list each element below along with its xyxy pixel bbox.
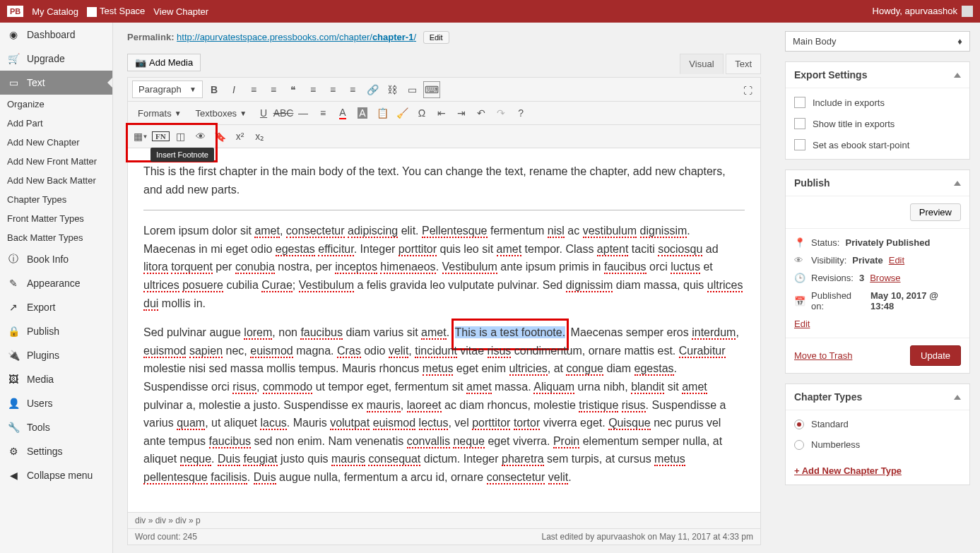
sidebar-sub-backtypes[interactable]: Back Matter Types	[0, 228, 112, 247]
browse-revisions-link[interactable]: Browse	[870, 273, 900, 283]
textcolor-button[interactable]: A	[334, 105, 351, 121]
alignleft-button[interactable]: ≡	[305, 81, 321, 98]
publish-icon: 🔒	[7, 325, 20, 338]
sidebar-sub-chaptertypes[interactable]: Chapter Types	[0, 190, 112, 209]
page-icon	[87, 7, 97, 17]
alignright-button[interactable]: ≡	[344, 81, 361, 98]
chapter-type-standard[interactable]: Standard	[794, 419, 961, 429]
ebook-start-checkbox[interactable]: Set as ebook start-point	[794, 139, 961, 150]
specialchar-button[interactable]: Ω	[413, 105, 430, 121]
show-title-checkbox[interactable]: Show title in exports	[794, 118, 961, 129]
info-icon: ⓘ	[7, 253, 20, 266]
superscript-button[interactable]: x²	[232, 128, 249, 145]
sidebar-sub-fronttypes[interactable]: Front Matter Types	[0, 209, 112, 228]
sidebar-export[interactable]: ↗Export	[0, 295, 112, 319]
link-button[interactable]: 🔗	[364, 81, 381, 98]
sidebar-dashboard[interactable]: ◉Dashboard	[0, 23, 112, 47]
my-catalog-link[interactable]: My Catalog	[32, 6, 78, 17]
sidebar-upgrade[interactable]: 🛒Upgrade	[0, 47, 112, 71]
justify-button[interactable]: ≡	[314, 105, 331, 121]
bookmark-button[interactable]: 🔖	[212, 128, 229, 145]
paragraph-lorem-1: Lorem ipsum dolor sit amet, consectetur …	[143, 222, 745, 312]
toolbar-toggle-button[interactable]: ⌨	[423, 81, 440, 98]
publish-head[interactable]: Publish	[786, 170, 969, 196]
test-space-link[interactable]: Test Space	[87, 6, 145, 17]
block-format-select[interactable]: Paragraph▼	[132, 81, 203, 98]
chapter-type-numberless[interactable]: Numberless	[794, 439, 961, 450]
view-chapter-link[interactable]: View Chapter	[153, 6, 208, 17]
underline-button[interactable]: U	[255, 105, 272, 121]
grid-button[interactable]: ◫	[172, 128, 189, 145]
italic-button[interactable]: I	[225, 81, 242, 98]
subscript-button[interactable]: x₂	[252, 128, 268, 145]
bold-button[interactable]: B	[206, 81, 223, 98]
undo-button[interactable]: ↶	[473, 105, 490, 121]
move-to-trash-link[interactable]: Move to Trash	[794, 350, 852, 361]
paragraph-lorem-2: Sed pulvinar augue lorem, non faucibus d…	[143, 323, 745, 486]
publish-box: Publish Preview 📍Status: Privately Publi…	[785, 170, 970, 374]
update-button[interactable]: Update	[910, 345, 961, 366]
edit-date-link[interactable]: Edit	[794, 319, 810, 329]
sidebar-bookinfo[interactable]: ⓘBook Info	[0, 247, 112, 271]
tab-text[interactable]: Text	[726, 54, 761, 74]
horizontal-rule	[143, 210, 745, 210]
unlink-button[interactable]: ⛓	[384, 81, 401, 98]
toolbar-row-1: Paragraph▼ B I ≡ ≡ ❝ ≡ ≡ ≡ 🔗 ⛓ ▭ ⌨ ⛶	[128, 78, 760, 102]
export-settings-box: Export Settings Include in exports Show …	[785, 61, 970, 160]
export-settings-head[interactable]: Export Settings	[786, 62, 969, 88]
add-media-button[interactable]: 📷Add Media	[127, 54, 201, 71]
textboxes-dropdown[interactable]: Textboxes▼	[190, 105, 252, 121]
clear-button[interactable]: 🧹	[394, 105, 411, 121]
last-edited: Last edited by apurvaashok on May 11, 20…	[541, 532, 753, 542]
permalink-link[interactable]: http://apurvatestspace.pressbooks.com/ch…	[177, 32, 416, 42]
bgcolor-button[interactable]: A	[354, 105, 371, 121]
chapter-types-head[interactable]: Chapter Types	[786, 384, 969, 410]
indent-button[interactable]: ⇥	[453, 105, 470, 121]
sidebar-collapse[interactable]: ◀Collapse menu	[0, 463, 112, 487]
sidebar-sub-addpart[interactable]: Add Part	[0, 114, 112, 133]
add-chapter-type-link[interactable]: + Add New Chapter Type	[794, 460, 961, 476]
include-exports-checkbox[interactable]: Include in exports	[794, 97, 961, 108]
table-button[interactable]: ▦▼	[132, 128, 149, 145]
footnote-tooltip: Insert Footnote	[150, 148, 214, 162]
footnote-button[interactable]: FN	[152, 131, 170, 141]
more-button[interactable]: ▭	[403, 81, 420, 98]
edit-permalink-button[interactable]: Edit	[423, 31, 449, 44]
quote-button[interactable]: ❝	[285, 81, 302, 98]
part-select[interactable]: Main Body♦	[785, 31, 970, 52]
sidebar-publish[interactable]: 🔒Publish	[0, 319, 112, 343]
paragraph-intro: This is the first chapter in the main bo…	[143, 162, 745, 198]
strike-button[interactable]: ABC	[275, 105, 292, 121]
sidebar-sub-addchapter[interactable]: Add New Chapter	[0, 133, 112, 152]
paste-button[interactable]: 📋	[374, 105, 391, 121]
outdent-button[interactable]: ⇤	[433, 105, 450, 121]
fullscreen-button[interactable]: ⛶	[739, 82, 756, 99]
aligncenter-button[interactable]: ≡	[324, 81, 341, 98]
editor-content-area[interactable]: This is the first chapter in the main bo…	[128, 148, 760, 512]
sidebar-media[interactable]: 🖼Media	[0, 367, 112, 391]
edit-visibility-link[interactable]: Edit	[889, 255, 904, 266]
permalink-label: Permalink:	[127, 32, 174, 42]
sidebar-sub-organize[interactable]: Organize	[0, 95, 112, 114]
sidebar-sub-addfront[interactable]: Add New Front Matter	[0, 152, 112, 171]
sidebar-plugins[interactable]: 🔌Plugins	[0, 343, 112, 367]
redo-button[interactable]: ↷	[492, 105, 509, 121]
sidebar-text[interactable]: ▭Text	[0, 71, 112, 95]
help-button[interactable]: ?	[512, 105, 529, 121]
ol-button[interactable]: ≡	[265, 81, 282, 98]
users-icon: 👤	[7, 397, 20, 410]
user-greeting[interactable]: Howdy, apurvaashok	[873, 6, 973, 18]
sidebar-tools[interactable]: 🔧Tools	[0, 415, 112, 439]
preview-button[interactable]: Preview	[910, 203, 961, 221]
hr-button[interactable]: —	[295, 105, 312, 121]
sidebar-appearance[interactable]: ✎Appearance	[0, 271, 112, 295]
sidebar-sub-addback[interactable]: Add New Back Matter	[0, 171, 112, 190]
ul-button[interactable]: ≡	[245, 81, 262, 98]
sidebar-settings[interactable]: ⚙Settings	[0, 439, 112, 463]
sidebar-users[interactable]: 👤Users	[0, 391, 112, 415]
site-logo[interactable]: PB	[7, 6, 23, 17]
formats-dropdown[interactable]: Formats▼	[132, 105, 187, 121]
pin-icon: 📍	[794, 237, 805, 248]
anchor-visibility-button[interactable]: 👁	[192, 128, 209, 145]
tab-visual[interactable]: Visual	[680, 54, 723, 74]
